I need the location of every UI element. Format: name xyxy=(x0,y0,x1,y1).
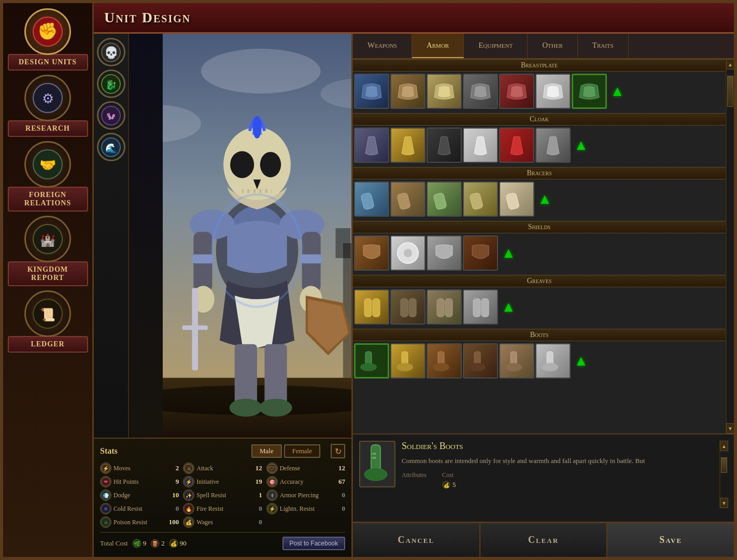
shields-item-4[interactable] xyxy=(463,235,498,271)
page-title: Unit Design xyxy=(104,9,191,26)
clear-button[interactable]: Clear xyxy=(480,523,608,557)
post-facebook-button[interactable]: Post to Facebook xyxy=(282,537,345,550)
cost-food: 🌿 9 xyxy=(132,539,147,548)
stat-value-poison-resist: 100 xyxy=(168,518,179,526)
svg-point-40 xyxy=(259,399,292,417)
shields-items: ▲ xyxy=(353,233,726,273)
svg-rect-34 xyxy=(301,255,322,263)
greaves-upgrade[interactable]: ▲ xyxy=(499,289,518,325)
selected-item-image xyxy=(359,441,395,487)
svg-rect-24 xyxy=(335,228,350,258)
sidebar-btn-research[interactable]: ⚙ xyxy=(24,75,71,121)
unit-type-skull[interactable]: 💀 xyxy=(97,38,125,66)
bracers-upgrade-arrow: ▲ xyxy=(537,191,552,207)
svg-text:⚡: ⚡ xyxy=(269,506,276,512)
boots-item-5[interactable] xyxy=(499,343,534,379)
cloak-item-1[interactable] xyxy=(354,128,389,163)
bracers-item-3[interactable] xyxy=(427,181,462,217)
breastplate-item-6[interactable] xyxy=(535,74,571,109)
cloak-item-5[interactable] xyxy=(499,128,534,163)
desc-scrollbar-thumb[interactable] xyxy=(721,457,727,473)
breastplate-item-7-img xyxy=(574,76,605,107)
gender-tab-female[interactable]: Female xyxy=(284,444,320,458)
shields-upgrade[interactable]: ▲ xyxy=(499,235,518,271)
desc-scrollbar-track[interactable] xyxy=(721,452,727,497)
greaves-item-3[interactable] xyxy=(427,289,462,325)
equipment-scrollbar: ▲ ▼ xyxy=(726,59,734,433)
scrollbar-thumb[interactable] xyxy=(727,76,733,107)
greaves-upgrade-arrow: ▲ xyxy=(501,299,516,315)
boots-item-4-img xyxy=(465,345,496,376)
tab-armor[interactable]: Armor xyxy=(412,34,464,58)
stat-icon-dodge: 💨 xyxy=(100,489,111,501)
cloak-item-4[interactable] xyxy=(463,128,498,163)
tab-other[interactable]: Other xyxy=(528,34,578,58)
stat-name-spell-resist: Spell Resist xyxy=(196,492,249,499)
breastplate-upgrade-arrow: ▲ xyxy=(610,83,625,100)
breastplate-item-2[interactable] xyxy=(390,74,426,109)
boots-item-4[interactable] xyxy=(463,343,498,379)
breastplate-upgrade[interactable]: ▲ xyxy=(608,74,627,109)
desc-scrollbar-down[interactable]: ▼ xyxy=(720,498,728,508)
section-title-boots: Boots xyxy=(353,329,726,341)
greaves-item-1[interactable] xyxy=(354,289,389,325)
unit-type-water[interactable]: 🌊 xyxy=(97,133,125,161)
cloak-item-2[interactable] xyxy=(390,128,426,163)
stat-wages: 💰 Wages 0 xyxy=(183,516,262,528)
tab-equipment[interactable]: Equipment xyxy=(464,34,528,58)
stat-poison-resist: ☠ Poison Resist 100 xyxy=(100,516,179,528)
greaves-item-4[interactable] xyxy=(463,289,498,325)
breastplate-item-3[interactable] xyxy=(427,74,462,109)
save-button[interactable]: Save xyxy=(607,523,734,557)
boots-upgrade[interactable]: ▲ xyxy=(572,343,590,379)
cloak-item-6[interactable] xyxy=(535,128,571,163)
bracers-item-5[interactable] xyxy=(499,181,534,217)
desc-scrollbar-up[interactable]: ▲ xyxy=(720,441,728,451)
scrollbar-track[interactable] xyxy=(727,71,733,422)
bracers-item-2[interactable] xyxy=(390,181,426,217)
breastplate-item-5[interactable] xyxy=(499,74,534,109)
sidebar-btn-design-units[interactable]: ✊ xyxy=(24,8,71,55)
sidebar-btn-kingdom-report[interactable]: 🏰 xyxy=(24,216,71,262)
sidebar-btn-foreign-relations[interactable]: 🤝 xyxy=(24,141,71,188)
shields-item-1[interactable] xyxy=(354,235,389,271)
unit-type-dragon[interactable]: 🐉 xyxy=(97,69,125,98)
svg-point-50 xyxy=(252,116,261,138)
breastplate-item-4[interactable] xyxy=(463,74,498,109)
cloak-upgrade[interactable]: ▲ xyxy=(572,128,590,163)
greaves-item-4-img xyxy=(465,291,496,323)
boots-item-3[interactable] xyxy=(427,343,462,379)
section-shields: Shields xyxy=(353,221,726,273)
shields-item-1-img xyxy=(356,237,387,269)
gender-tab-male[interactable]: Male xyxy=(251,444,282,458)
tab-traits[interactable]: Traits xyxy=(578,34,629,58)
stats-header: Stats Male Female ↻ xyxy=(100,444,345,458)
svg-rect-96 xyxy=(373,299,380,317)
boots-item-2[interactable] xyxy=(390,343,426,379)
equipment-wrapper: Weapons Armor Equipment Other Traits Bre… xyxy=(353,34,734,557)
bracers-item-1[interactable] xyxy=(354,181,389,217)
scrollbar-down-arrow[interactable]: ▼ xyxy=(726,423,734,433)
greaves-item-2[interactable] xyxy=(390,289,426,325)
bracers-upgrade[interactable]: ▲ xyxy=(535,181,554,217)
refresh-button[interactable]: ↻ xyxy=(331,444,345,458)
stat-name-defense: Defense xyxy=(280,465,333,472)
sidebar-btn-ledger[interactable]: 📜 xyxy=(24,290,71,337)
scrollbar-up-arrow[interactable]: ▲ xyxy=(726,59,734,69)
boots-item-1[interactable] xyxy=(354,343,389,379)
breastplate-item-7[interactable] xyxy=(572,74,607,109)
bottom-buttons: Cancel Clear Save xyxy=(353,522,734,557)
breastplate-item-1[interactable] xyxy=(354,74,389,109)
shields-item-3[interactable] xyxy=(427,235,462,271)
shields-item-2[interactable] xyxy=(390,235,426,271)
stat-icon-defense: 🛡 xyxy=(266,463,278,474)
cost-gold: 💰 90 xyxy=(169,539,187,548)
bracers-item-4[interactable] xyxy=(463,181,498,217)
cancel-button[interactable]: Cancel xyxy=(353,523,480,557)
tab-weapons[interactable]: Weapons xyxy=(353,34,412,58)
cloak-item-3[interactable] xyxy=(427,128,462,163)
unit-type-squirrel[interactable]: 🐿 xyxy=(97,101,125,130)
stat-attack: ⚔ Attack 12 xyxy=(183,463,262,474)
stat-icon-hitpoints: ❤ xyxy=(100,476,111,487)
boots-item-6[interactable] xyxy=(535,343,571,379)
